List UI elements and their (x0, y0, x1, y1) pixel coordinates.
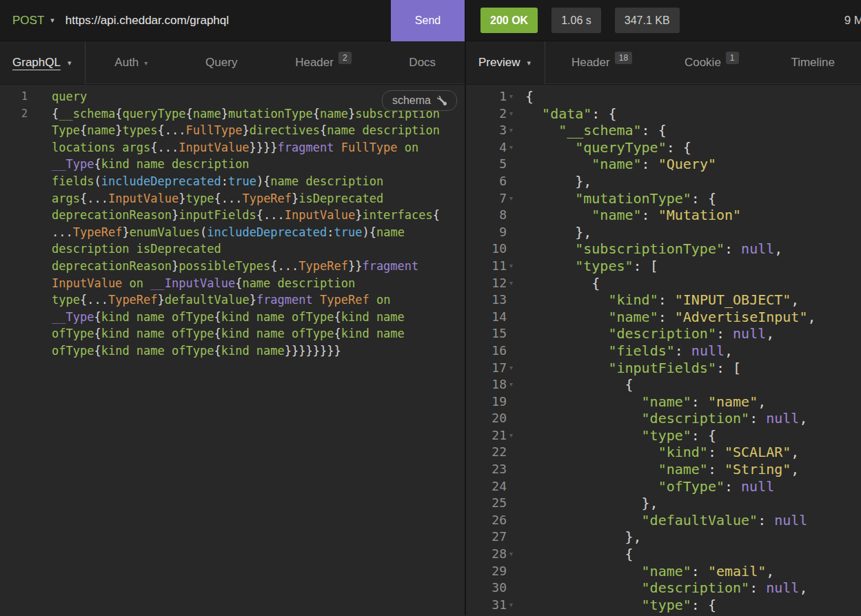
response-tab-bar: Preview ▾ Header 18 Cookie 1 Timeline (466, 41, 861, 84)
code-line: 10 "subscriptionType": null, (466, 240, 861, 258)
code-line: 12▾ { (466, 275, 861, 292)
code-text: "description": null, (516, 325, 774, 342)
request-url-bar: POST ▾ https://api.cheddar.com/graphql S… (0, 0, 466, 41)
top-bar: POST ▾ https://api.cheddar.com/graphql S… (0, 0, 861, 41)
fold-toggle-icon[interactable]: ▾ (507, 360, 516, 377)
code-text: ofType{kind name ofType{kind name}}}}}}}… (28, 342, 341, 360)
tab-preview[interactable]: Preview ▾ (466, 41, 545, 84)
code-text: description isDeprecated (28, 240, 221, 258)
response-preview-pane[interactable]: 1▾{2▾ "data": {3▾ "__schema": {4▾ "query… (466, 85, 861, 615)
code-text: "inputFields": [ (516, 360, 741, 377)
code-text: ofType{kind name ofType{kind name ofType… (28, 325, 405, 342)
graphql-query-editor[interactable]: 1query2{__schema{queryType{name}mutation… (0, 85, 466, 615)
fold-spacer (507, 495, 516, 512)
tab-header[interactable]: Header 2 (291, 41, 355, 84)
code-text: "name": "email", (516, 563, 774, 580)
tab-graphql[interactable]: GraphQL ▾ (0, 41, 85, 84)
fold-spacer (507, 410, 516, 427)
code-line: 28▾ { (466, 546, 861, 563)
fold-toggle-icon[interactable]: ▾ (507, 376, 516, 393)
fold-toggle-icon[interactable]: ▾ (507, 190, 516, 207)
method-dropdown[interactable]: POST ▾ (12, 14, 54, 28)
code-line: 17▾ "inputFields": [ (466, 360, 861, 377)
fold-toggle-icon[interactable]: ▾ (507, 597, 516, 614)
fold-toggle-icon[interactable]: ▾ (507, 275, 516, 292)
fold-spacer (507, 291, 516, 309)
code-text: "name": "Query" (516, 156, 716, 173)
line-number: 26 (466, 512, 507, 529)
tab-query[interactable]: Query (201, 41, 241, 84)
code-text: InputValue on __InputValue{name descript… (28, 275, 355, 292)
code-line: 14 "name": "AdvertiseInput", (466, 309, 861, 326)
line-number (0, 207, 28, 224)
code-line: InputValue on __InputValue{name descript… (0, 275, 465, 292)
line-number: 2 (0, 105, 28, 123)
code-text: "queryType": { (516, 139, 691, 156)
fold-spacer (507, 478, 516, 495)
code-text: {__schema{queryType{name}mutationType{na… (28, 105, 440, 123)
line-number: 17 (466, 360, 507, 377)
code-line: deprecationReason}possibleTypes{...TypeR… (0, 258, 465, 275)
code-line: 23 "name": "String", (466, 461, 861, 478)
fold-spacer (507, 342, 516, 360)
response-meta-bar: 200 OK 1.06 s 347.1 KB 9 M (466, 0, 861, 41)
code-text: "description": null, (516, 579, 807, 597)
code-line: 15 "description": null, (466, 325, 861, 342)
request-code: 1query2{__schema{queryType{name}mutation… (0, 88, 465, 360)
tab-docs[interactable]: Docs (405, 41, 440, 84)
fold-toggle-icon[interactable]: ▾ (507, 546, 516, 563)
code-line: 9 }, (466, 224, 861, 241)
method-label: POST (12, 14, 44, 28)
line-number (0, 173, 28, 190)
preview-tab-label: Preview (478, 56, 520, 70)
fold-toggle-icon[interactable]: ▾ (507, 139, 516, 156)
status-badge: 200 OK (480, 8, 538, 33)
tab-timeline[interactable]: Timeline (787, 41, 839, 84)
code-line: 22 "kind": "SCALAR", (466, 444, 861, 461)
tab-response-header[interactable]: Header 18 (567, 41, 636, 84)
code-line: 4▾ "queryType": { (466, 139, 861, 156)
fold-spacer (507, 563, 516, 580)
line-number: 24 (466, 478, 507, 495)
code-line: 24 "ofType": null (466, 478, 861, 495)
code-text: Type{name}types{...FullType}directives{n… (28, 122, 440, 139)
code-line: 19 "name": "name", (466, 393, 861, 411)
line-number: 4 (466, 139, 507, 156)
fold-spacer (507, 393, 516, 411)
line-number (0, 240, 28, 258)
send-button[interactable]: Send (391, 0, 465, 41)
fold-toggle-icon[interactable]: ▾ (507, 88, 516, 105)
line-number: 28 (466, 546, 507, 563)
response-time-ago: 9 M (844, 14, 861, 28)
fold-spacer (507, 224, 516, 241)
code-text: query (28, 88, 87, 105)
fold-spacer (507, 512, 516, 529)
code-text: { (516, 275, 600, 292)
fold-toggle-icon[interactable]: ▾ (507, 105, 516, 123)
fold-toggle-icon[interactable]: ▾ (507, 122, 516, 139)
code-text: deprecationReason}possibleTypes{...TypeR… (28, 258, 418, 275)
code-text: "__schema": { (516, 122, 667, 139)
code-text: type{...TypeRef}defaultValue}fragment Ty… (28, 291, 390, 309)
schema-button[interactable]: schema (382, 90, 457, 111)
code-line: 2▾ "data": { (466, 105, 861, 123)
chevron-down-icon: ▾ (527, 59, 531, 68)
fold-toggle-icon[interactable]: ▾ (507, 427, 516, 444)
line-number: 21 (466, 427, 507, 444)
line-number: 1 (466, 88, 507, 105)
code-line: 20 "description": null, (466, 410, 861, 427)
line-number: 29 (466, 563, 507, 580)
fold-toggle-icon[interactable]: ▾ (507, 258, 516, 275)
line-number (0, 309, 28, 326)
code-line: 5 "name": "Query" (466, 156, 861, 173)
fold-spacer (507, 173, 516, 190)
tab-cookie[interactable]: Cookie 1 (680, 41, 743, 84)
tab-auth[interactable]: Auth ▾ (110, 41, 152, 84)
code-line: 29 "name": "email", (466, 563, 861, 580)
code-text: "types": [ (516, 258, 658, 275)
line-number (0, 190, 28, 207)
code-text: "mutationType": { (516, 190, 716, 207)
url-input[interactable]: https://api.cheddar.com/graphql (65, 14, 229, 28)
code-text: ...TypeRef}enumValues(includeDeprecated:… (28, 224, 405, 241)
code-line: 21▾ "type": { (466, 427, 861, 444)
